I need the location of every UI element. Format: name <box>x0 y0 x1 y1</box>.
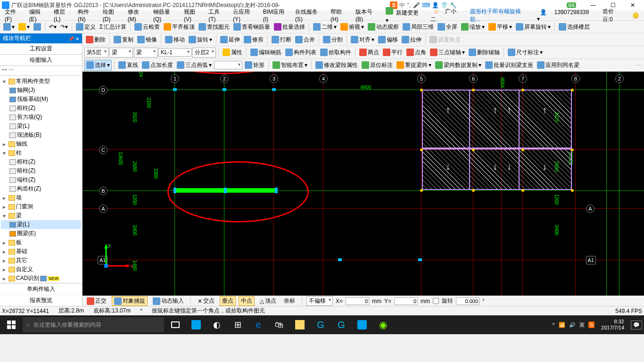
top-view-button[interactable]: 俯视▾ <box>339 22 365 32</box>
2d-button[interactable]: 二维▾ <box>312 22 338 32</box>
tb-app4[interactable]: G <box>311 317 330 332</box>
merge-button[interactable]: 合并 <box>294 35 316 45</box>
midpoint-button[interactable]: 中点 <box>239 296 255 306</box>
tb-app6[interactable] <box>353 317 372 332</box>
tree-raft[interactable]: 筏板基础(M) <box>1 95 81 104</box>
cloud-check-button[interactable]: 云检查 <box>133 22 161 32</box>
tb-app2[interactable]: ◐ <box>207 317 226 332</box>
tree-beam-common[interactable]: 梁(L) <box>1 122 81 131</box>
fullscreen-button[interactable]: 全屏 <box>436 22 459 32</box>
copy-button[interactable]: 复制 <box>112 35 135 45</box>
beam-end-right[interactable] <box>275 188 278 193</box>
re-extract-span-button[interactable]: 重提梁跨▾ <box>395 60 433 70</box>
point-angle-button[interactable]: 点角 <box>405 48 428 58</box>
break-button[interactable]: 打断 <box>270 35 293 45</box>
modify-span-button[interactable]: 修改梁段属性 <box>314 60 359 70</box>
tree-wall[interactable]: ▸墙 <box>1 193 81 202</box>
position-label-button[interactable]: 原位标注 <box>360 60 394 70</box>
intersect-button[interactable]: ✕ 交点 <box>195 296 217 306</box>
find-element-button[interactable]: 查找图元 <box>197 22 231 32</box>
define-button[interactable]: 定义 <box>74 22 97 32</box>
menu-edit[interactable]: 编辑(E) <box>26 7 50 24</box>
stretch-button[interactable]: 拉伸 <box>400 35 423 45</box>
tree-column[interactable]: ▾柱 <box>1 148 81 157</box>
tree-col3[interactable]: 端柱(Z) <box>1 175 81 184</box>
tree-slab[interactable]: ▸板 <box>1 238 81 247</box>
menu-bim[interactable]: BIM应用(I) <box>260 7 291 24</box>
arc-button[interactable]: 三点画弧▾ <box>175 60 213 70</box>
taskview-icon[interactable] <box>166 317 185 332</box>
split-button[interactable]: 分割 <box>322 35 344 45</box>
menu-cloud[interactable]: 云应用(Y) <box>230 7 259 24</box>
view-rebar-button[interactable]: 查看钢筋量 <box>232 22 272 32</box>
zoom-button[interactable]: 缩放▾ <box>460 22 486 32</box>
menu-file[interactable]: 文件(F) <box>2 7 25 24</box>
tree-beam-l[interactable]: 梁(L) <box>1 220 81 229</box>
redo-icon[interactable]: ↷▾ <box>59 23 69 31</box>
tree-door[interactable]: ▸门窗洞 <box>1 202 81 211</box>
tb-app7[interactable]: ◉ <box>373 317 392 332</box>
tb-app1[interactable] <box>187 317 206 332</box>
cat1-dropdown[interactable]: 梁 <box>109 48 133 58</box>
menu-view[interactable]: 视图(V) <box>181 7 205 24</box>
pan-button[interactable]: 平移▾ <box>487 22 513 32</box>
mirror-button[interactable]: 镜像 <box>136 35 158 45</box>
dynamic-input-button[interactable]: 动态输入 <box>150 296 186 306</box>
osnap-button[interactable]: 对象捕捉 <box>112 296 148 306</box>
tree-grid[interactable]: 轴网(J) <box>1 86 81 95</box>
tray-chevron-icon[interactable]: ^ <box>553 322 555 328</box>
batch-select-button[interactable]: 批量选择 <box>272 22 306 32</box>
delete-button[interactable]: 删除 <box>84 35 107 45</box>
vertex-button[interactable]: △ 顶点 <box>257 296 279 306</box>
tb-edge[interactable]: e <box>249 317 268 332</box>
align-button[interactable]: 对齐▾ <box>349 35 376 45</box>
menu-online[interactable]: 在线服务(S) <box>292 7 327 24</box>
batch-support-button[interactable]: 批量识别梁支座 <box>484 60 535 70</box>
align-slab-button[interactable]: 平齐板顶 <box>162 22 196 32</box>
point-length-button[interactable]: 点加长度 <box>140 60 174 70</box>
offset-button[interactable]: 偏移 <box>377 35 399 45</box>
tree-custom[interactable]: ▸自定义 <box>1 265 81 274</box>
sum-button[interactable]: Σ 汇总计算 <box>98 22 128 32</box>
member-list-button[interactable]: 构件列表 <box>284 48 318 58</box>
undo-icon[interactable]: ↶▾ <box>48 23 58 31</box>
tray-lang[interactable]: 英 <box>579 321 585 329</box>
tree-framecol[interactable]: 框柱(Z) <box>1 104 81 113</box>
start-button[interactable] <box>2 317 21 332</box>
tree-foundation[interactable]: ▸基础 <box>1 247 81 256</box>
perp-button[interactable]: 垂点 <box>220 296 236 306</box>
drawing-canvas[interactable]: D C B A A1 1 2 3 4 5 6 7 8 2 A A1 6600 2… <box>83 72 644 296</box>
screen-rotate-button[interactable]: 屏幕旋转▾ <box>514 22 552 32</box>
tree-common[interactable]: ▾常用构件类型 <box>1 77 81 86</box>
delete-axis-button[interactable]: 删除辅轴 <box>467 48 501 58</box>
taskbar-search[interactable]: ○ 在这里输入你要搜索的内容 <box>23 317 164 332</box>
x-input[interactable] <box>346 297 369 305</box>
menu-floor[interactable]: 楼层(L) <box>51 7 74 24</box>
new-icon[interactable]: ▾ <box>2 22 16 32</box>
span-copy-button[interactable]: 梁跨数据复制▾ <box>434 60 483 70</box>
tb-app5[interactable]: G <box>332 317 351 332</box>
menu-modify[interactable]: 修改(M) <box>125 7 149 24</box>
tb-store[interactable]: 🛍 <box>270 317 289 332</box>
tree-col2[interactable]: 暗柱(Z) <box>1 166 81 175</box>
nav-tab-draw[interactable]: 绘图输入 <box>0 55 82 66</box>
tray-sogou-icon[interactable]: S <box>588 321 594 328</box>
tree-col4[interactable]: 构造柱(Z) <box>1 184 81 193</box>
pick-member-button[interactable]: 拾取构件 <box>319 48 353 58</box>
coin-icon[interactable]: 🪙 <box>629 11 642 20</box>
ortho-button[interactable]: 正交 <box>84 296 109 306</box>
tree-shearwall[interactable]: 剪力墙(Q) <box>1 113 81 122</box>
apply-same-button[interactable]: 应用到同名梁 <box>536 60 581 70</box>
line-button[interactable]: 直线 <box>117 60 140 70</box>
trim-button[interactable]: 修剪 <box>242 35 265 45</box>
y-input[interactable] <box>394 297 418 305</box>
rect-button[interactable]: 矩形 <box>243 60 266 70</box>
menu-draw[interactable]: 绘图(D) <box>100 7 124 24</box>
nav-close-icon[interactable]: ✕ <box>75 36 79 41</box>
dim-button[interactable]: 尺寸标注▾ <box>506 48 544 58</box>
overflow-icon[interactable]: ⋯ <box>636 62 642 68</box>
rotate-button[interactable]: 旋转▾ <box>187 35 214 45</box>
props-button[interactable]: 属性 <box>221 48 244 58</box>
select-floor-button[interactable]: 选择楼层 <box>557 22 591 32</box>
nav-report-preview[interactable]: 报表预览 <box>0 295 82 306</box>
